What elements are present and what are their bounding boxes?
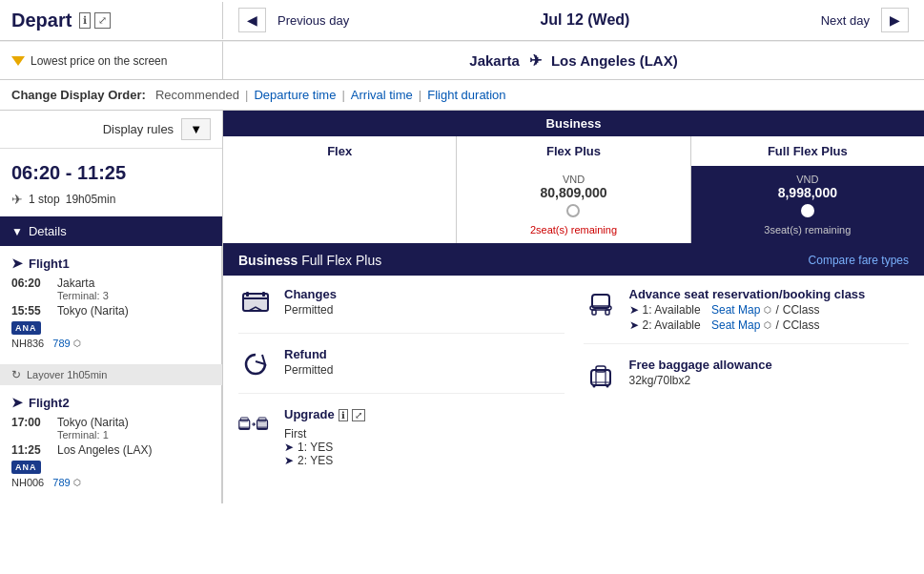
flight2-number: NH006: [11, 477, 44, 488]
flight1-dep-city: Jakarta: [57, 277, 109, 290]
next-day-button[interactable]: ▶: [881, 8, 909, 32]
layover-icon: ↻: [11, 368, 21, 381]
full-flex-plus-price: 8,998,000: [699, 185, 916, 200]
upgrade-item1: 1: YES: [298, 441, 333, 454]
sort-arrival-time[interactable]: Arrival time: [351, 88, 413, 102]
full-flex-plus-currency: VND: [699, 174, 916, 185]
seat1-separator: /: [775, 303, 778, 317]
seat1-class: CClass: [783, 303, 820, 317]
changes-detail: Changes Permitted: [238, 287, 565, 334]
details-toggle[interactable]: ▼ Details: [0, 216, 222, 246]
sort-label: Change Display Order:: [11, 88, 146, 102]
flight2-arr-city: Los Angeles (LAX): [57, 443, 152, 457]
baggage-detail: Free baggage allowance 32kg/70lbx2: [584, 358, 910, 403]
seat-icon: [584, 287, 618, 321]
fare-full-flex-plus-label[interactable]: Full Flex Plus: [691, 136, 924, 166]
flight1-airline-logo: ANA: [11, 321, 41, 335]
sort-divider3: |: [419, 88, 421, 102]
compare-fare-types-link[interactable]: Compare fare types: [809, 254, 909, 267]
sort-divider1: |: [245, 88, 248, 102]
price-triangle-icon: [11, 56, 25, 66]
fare-flex-label[interactable]: Flex: [223, 136, 457, 166]
flight-stops: 1 stop: [29, 193, 60, 206]
sort-departure-time[interactable]: Departure time: [254, 88, 336, 102]
upgrade-arrow1: ➤: [284, 441, 294, 454]
plane-icon: ✈: [529, 51, 542, 70]
full-flex-plus-seats: 3seat(s) remaining: [699, 224, 916, 236]
baggage-title: Free baggage allowance: [629, 358, 910, 372]
seat2-label: 2: Available: [643, 318, 701, 332]
next-day-label[interactable]: Next day: [821, 13, 870, 28]
baggage-value: 32kg/70lbx2: [629, 374, 910, 387]
flex-plus-price: 80,809,000: [464, 185, 682, 200]
external-link-icon[interactable]: ⤢: [94, 12, 111, 29]
fare-flex-plus-label[interactable]: Flex Plus: [457, 136, 690, 166]
flex-plus-currency: VND: [464, 174, 682, 185]
flight-dep-time: 06:20: [11, 162, 60, 183]
chevron-down-icon: ▼: [11, 225, 23, 238]
upgrade-item2: 2: YES: [298, 454, 333, 467]
flight2-arrow-icon: ➤: [11, 395, 23, 410]
flight2-dep-city: Tokyo (Narita): [57, 416, 129, 429]
svg-rect-4: [262, 292, 265, 297]
layover-label: Layover 1h05min: [27, 369, 107, 380]
upgrade-sub-label: First: [284, 427, 565, 441]
sort-recommended: Recommended: [155, 88, 239, 102]
layover-bar: ↻ Layover 1h05min: [0, 364, 222, 385]
seat1-external: ⬡: [764, 305, 771, 315]
upgrade-external-icon[interactable]: ⤢: [352, 409, 365, 421]
upgrade-info-icon[interactable]: ℹ: [339, 409, 348, 421]
refund-icon: [238, 347, 273, 381]
destination-city: Los Angeles (LAX): [551, 52, 678, 69]
refund-title: Refund: [284, 347, 565, 361]
flight2-airline-logo: ANA: [11, 461, 41, 474]
fare-detail-bar: Business Full Flex Plus Compare fare typ…: [223, 245, 924, 276]
fare-flex-price-cell[interactable]: [223, 166, 457, 243]
changes-value: Permitted: [284, 303, 565, 317]
flight2-aircraft-link[interactable]: 789: [52, 477, 70, 488]
details-label: Details: [29, 224, 67, 238]
flight2-dep-terminal: Terminal: 1: [57, 429, 129, 441]
fare-full-flex-plus-price-cell[interactable]: VND 8,998,000 3seat(s) remaining: [691, 166, 924, 243]
seat2-class: CClass: [783, 318, 820, 332]
fare-detail-type: Full Flex Plus: [301, 253, 381, 268]
svg-rect-3: [246, 292, 249, 297]
fare-detail-class: Business: [238, 253, 298, 268]
prev-day-button[interactable]: ◀: [238, 8, 266, 32]
display-rules-label: Display rules: [103, 122, 174, 136]
info-icon[interactable]: ℹ: [79, 12, 91, 29]
changes-icon: [238, 287, 273, 321]
seat1-arrow: ➤: [629, 303, 639, 317]
flight1-arrow-icon: ➤: [11, 256, 23, 271]
origin-city: Jakarta: [469, 52, 520, 69]
seat2-external: ⬡: [764, 320, 771, 330]
seat1-label: 1: Available: [643, 303, 701, 317]
seat2-arrow: ➤: [629, 318, 639, 332]
upgrade-detail: Upgrade ℹ ⤢ First ➤ 1: YES ➤ 2: YES: [238, 407, 565, 479]
seat1-map-link[interactable]: Seat Map: [711, 303, 760, 317]
external-icon1: ⬡: [73, 338, 81, 348]
upgrade-arrow2: ➤: [284, 454, 294, 467]
seat2-map-link[interactable]: Seat Map: [711, 318, 760, 332]
flight2-dep-time: 17:00: [11, 416, 50, 441]
upgrade-icon: [238, 407, 273, 441]
sort-divider2: |: [341, 88, 344, 102]
flight1-dep-time: 06:20: [11, 277, 50, 301]
full-flex-plus-radio[interactable]: [801, 204, 814, 217]
flight1-label: Flight1: [29, 256, 70, 271]
flight1-number: NH836: [11, 338, 44, 349]
current-date: Jul 12 (Wed): [540, 11, 629, 29]
flex-plus-radio[interactable]: [566, 204, 580, 217]
sort-flight-duration[interactable]: Flight duration: [427, 88, 505, 102]
display-rules-dropdown[interactable]: ▼: [181, 118, 211, 140]
baggage-icon: [584, 358, 618, 392]
seat2-separator: /: [775, 318, 778, 332]
flight1-aircraft-link[interactable]: 789: [52, 338, 70, 349]
fare-flex-plus-price-cell[interactable]: VND 80,809,000 2seat(s) remaining: [457, 166, 690, 243]
seat-detail: Advance seat reservation/booking class ➤…: [584, 287, 910, 344]
seat-title: Advance seat reservation/booking class: [629, 287, 910, 301]
external-icon2: ⬡: [73, 478, 81, 487]
flight-time-separator: -: [66, 162, 77, 183]
prev-day-label[interactable]: Previous day: [277, 13, 349, 28]
lowest-price-text: Lowest price on the screen: [31, 54, 167, 68]
